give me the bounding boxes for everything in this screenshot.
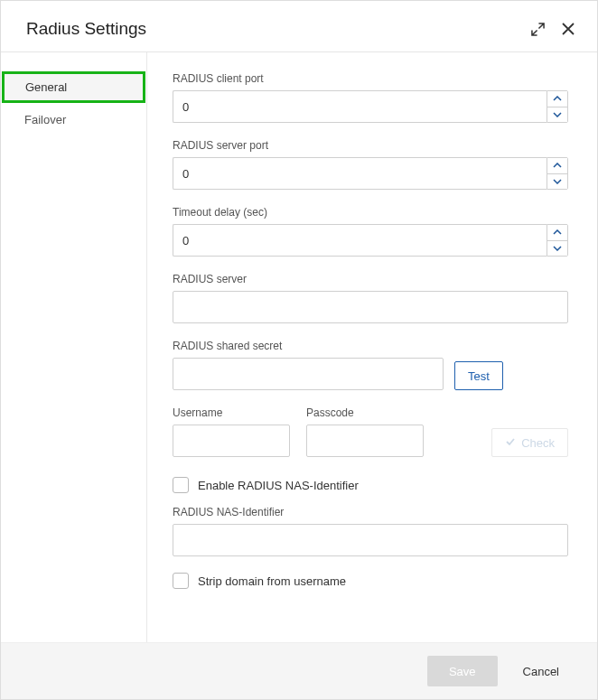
field-passcode: Passcode bbox=[306, 406, 424, 457]
field-secret: RADIUS shared secret Test bbox=[173, 340, 568, 390]
tab-failover[interactable]: Failover bbox=[1, 104, 146, 135]
save-button[interactable]: Save bbox=[427, 656, 498, 686]
username-input[interactable] bbox=[173, 425, 290, 457]
check-icon bbox=[505, 436, 516, 450]
close-icon[interactable] bbox=[561, 22, 575, 36]
server-port-label: RADIUS server port bbox=[173, 139, 568, 152]
client-port-stepper bbox=[547, 90, 568, 123]
passcode-input[interactable] bbox=[306, 425, 424, 457]
passcode-label: Passcode bbox=[306, 406, 424, 419]
enable-nas-row: Enable RADIUS NAS-Identifier bbox=[173, 477, 568, 493]
sidebar: General Failover bbox=[1, 52, 147, 642]
dialog-title: Radius Settings bbox=[26, 19, 146, 39]
strip-domain-label: Strip domain from username bbox=[198, 574, 346, 588]
check-button-label: Check bbox=[521, 436, 555, 450]
userpass-row: Username Passcode Check bbox=[173, 406, 568, 457]
header-actions bbox=[531, 22, 575, 36]
tab-general[interactable]: General bbox=[2, 71, 145, 103]
radius-settings-dialog: Radius Settings General Failover RADIUS … bbox=[0, 0, 598, 700]
enable-nas-label: Enable RADIUS NAS-Identifier bbox=[198, 479, 359, 492]
strip-domain-checkbox[interactable] bbox=[173, 573, 189, 589]
username-label: Username bbox=[173, 406, 290, 419]
server-port-stepper bbox=[547, 157, 568, 190]
chevron-down-icon[interactable] bbox=[547, 174, 567, 190]
server-label: RADIUS server bbox=[173, 273, 568, 285]
server-port-spinner bbox=[173, 157, 568, 190]
timeout-input[interactable] bbox=[173, 224, 547, 257]
client-port-spinner bbox=[173, 90, 568, 123]
server-input[interactable] bbox=[173, 291, 568, 323]
nas-id-input[interactable] bbox=[173, 524, 568, 556]
chevron-up-icon[interactable] bbox=[547, 158, 567, 174]
server-port-input[interactable] bbox=[173, 157, 547, 190]
content-panel: RADIUS client port RADIUS server port bbox=[147, 52, 597, 642]
dialog-footer: Save Cancel bbox=[1, 642, 597, 699]
timeout-label: Timeout delay (sec) bbox=[173, 206, 568, 219]
test-button[interactable]: Test bbox=[454, 361, 503, 390]
field-client-port: RADIUS client port bbox=[173, 72, 568, 123]
secret-input[interactable] bbox=[173, 358, 444, 390]
field-server-port: RADIUS server port bbox=[173, 139, 568, 190]
field-username: Username bbox=[173, 406, 290, 457]
timeout-stepper bbox=[547, 224, 568, 257]
cancel-button[interactable]: Cancel bbox=[507, 656, 575, 686]
field-nas-id: RADIUS NAS-Identifier bbox=[173, 506, 568, 556]
chevron-down-icon[interactable] bbox=[547, 241, 567, 257]
timeout-spinner bbox=[173, 224, 568, 257]
secret-label: RADIUS shared secret bbox=[173, 340, 568, 352]
strip-domain-row: Strip domain from username bbox=[173, 573, 568, 589]
chevron-down-icon[interactable] bbox=[547, 107, 567, 123]
client-port-input[interactable] bbox=[173, 90, 547, 123]
enable-nas-checkbox[interactable] bbox=[173, 477, 189, 493]
check-button[interactable]: Check bbox=[491, 428, 568, 457]
client-port-label: RADIUS client port bbox=[173, 72, 568, 85]
expand-icon[interactable] bbox=[531, 23, 545, 36]
chevron-up-icon[interactable] bbox=[547, 225, 567, 241]
secret-row: Test bbox=[173, 358, 568, 390]
chevron-up-icon[interactable] bbox=[547, 91, 567, 107]
field-timeout: Timeout delay (sec) bbox=[173, 206, 568, 257]
field-server: RADIUS server bbox=[173, 273, 568, 323]
dialog-header: Radius Settings bbox=[1, 1, 597, 52]
dialog-body: General Failover RADIUS client port bbox=[1, 52, 597, 642]
nas-id-label: RADIUS NAS-Identifier bbox=[173, 506, 568, 518]
